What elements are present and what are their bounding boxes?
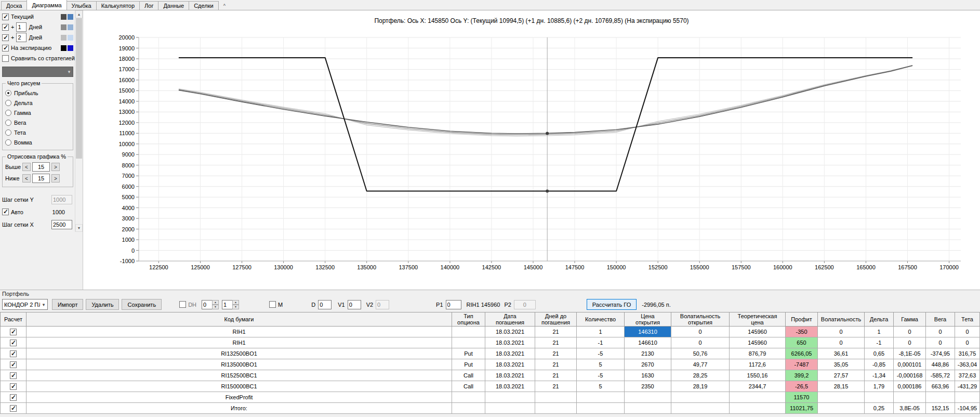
col-header-open[interactable]: Ценаоткрытия bbox=[625, 312, 671, 327]
p2-input[interactable] bbox=[514, 300, 536, 309]
below-increment-button[interactable]: > bbox=[51, 174, 60, 183]
tab-log[interactable]: Лог bbox=[139, 1, 158, 10]
tab-trades[interactable]: Сделки bbox=[189, 1, 219, 10]
position-row[interactable]: RI150000BC1Call18.03.2021215235028,19234… bbox=[1, 381, 980, 392]
col-header-date[interactable]: Датапогашения bbox=[485, 312, 535, 327]
compare-strategy-select[interactable]: ▾ bbox=[2, 67, 73, 77]
col-header-days[interactable]: Дней допогашения bbox=[535, 312, 577, 327]
m-checkbox[interactable] bbox=[269, 301, 276, 308]
col-header-gamma[interactable]: Гамма bbox=[894, 312, 926, 327]
cell-theta: -363,04 bbox=[955, 359, 980, 370]
expiration-checkbox[interactable] bbox=[2, 45, 9, 51]
delete-button[interactable]: Удалить bbox=[86, 299, 119, 310]
svg-text:155000: 155000 bbox=[690, 264, 709, 270]
dh-value-2-input[interactable] bbox=[222, 300, 232, 309]
tab-smile[interactable]: Улыбка bbox=[67, 1, 97, 10]
col-header-open_vol[interactable]: Волатильностьоткрытия bbox=[671, 312, 730, 327]
below-input[interactable] bbox=[32, 174, 50, 183]
calc-cell bbox=[1, 327, 27, 337]
above-decrement-button[interactable]: < bbox=[22, 163, 31, 171]
draw-option-vega[interactable]: Вега bbox=[5, 118, 70, 127]
plus1-checkbox[interactable] bbox=[2, 24, 9, 31]
sidebar-scrollbar[interactable]: ▲ ▼ bbox=[75, 10, 83, 232]
series-row-plus2: + Дней bbox=[2, 33, 73, 42]
calc-checkbox[interactable] bbox=[10, 350, 17, 357]
draw-option-vomma[interactable]: Вомма bbox=[5, 137, 70, 147]
plus1-gray-swatch bbox=[61, 24, 67, 30]
calc-checkbox[interactable] bbox=[10, 405, 17, 412]
calc-checkbox[interactable] bbox=[10, 383, 17, 390]
calc-checkbox[interactable] bbox=[10, 329, 17, 335]
position-row[interactable]: RIH118.03.20212111463100145960-35001000 bbox=[1, 327, 980, 337]
calc-checkbox[interactable] bbox=[10, 361, 17, 368]
cell-qty: -1 bbox=[577, 337, 625, 348]
above-input[interactable] bbox=[32, 162, 50, 172]
cell-theo: 1550,16 bbox=[730, 370, 786, 381]
position-row[interactable]: FixedProfit11570 bbox=[1, 392, 980, 403]
svg-text:157500: 157500 bbox=[732, 264, 751, 270]
payoff-chart[interactable]: -100001000200030004000500060007000800090… bbox=[83, 10, 980, 290]
draw-option-profit[interactable]: Прибыль bbox=[5, 88, 70, 98]
plus2-checkbox[interactable] bbox=[2, 34, 9, 41]
calc-margin-button[interactable]: Рассчитать ГО bbox=[587, 299, 637, 310]
draw-option-theta[interactable]: Тета bbox=[5, 127, 70, 137]
col-header-delta[interactable]: Дельта bbox=[865, 312, 894, 327]
cell-open: 2350 bbox=[625, 381, 671, 392]
calc-checkbox[interactable] bbox=[10, 340, 17, 346]
calc-checkbox[interactable] bbox=[10, 372, 17, 379]
save-button[interactable]: Сохранить bbox=[122, 299, 162, 310]
svg-text:152500: 152500 bbox=[648, 264, 668, 270]
col-header-calc[interactable]: Расчет bbox=[1, 312, 27, 327]
scrollbar-track[interactable] bbox=[75, 18, 83, 224]
tab-data[interactable]: Данные bbox=[158, 1, 189, 10]
col-header-qty[interactable]: Количество bbox=[577, 312, 625, 327]
svg-text:160000: 160000 bbox=[773, 264, 792, 270]
v1-input[interactable] bbox=[348, 300, 361, 309]
strategy-select[interactable]: КОНДОР 2 ПЛ ▾ bbox=[2, 299, 48, 310]
col-header-profit[interactable]: Профит bbox=[786, 312, 818, 327]
grid-step-x-input[interactable] bbox=[51, 220, 72, 229]
d-input[interactable] bbox=[318, 300, 332, 309]
cell-delta: -0,85 bbox=[865, 359, 894, 370]
below-decrement-button[interactable]: < bbox=[22, 174, 31, 183]
radio-icon bbox=[5, 129, 11, 136]
current-checkbox[interactable] bbox=[2, 14, 9, 20]
cell-vol: 0 bbox=[818, 327, 865, 337]
compare-strategy-checkbox[interactable] bbox=[2, 55, 9, 62]
plus2-days-input[interactable] bbox=[16, 33, 27, 42]
position-row[interactable]: RI132500BO1Put18.03.202121-5213050,76876… bbox=[1, 348, 980, 359]
col-header-type[interactable]: Типопциона bbox=[452, 312, 485, 327]
scroll-up-icon[interactable]: ▲ bbox=[75, 10, 83, 18]
dh-checkbox[interactable] bbox=[179, 301, 186, 308]
position-row[interactable]: RI135000BO1Put18.03.2021215267049,771172… bbox=[1, 359, 980, 370]
spinner-up-down-icons[interactable]: ▴▾ bbox=[212, 300, 219, 309]
draw-option-delta[interactable]: Дельта bbox=[5, 98, 70, 108]
import-button[interactable]: Импорт bbox=[52, 299, 83, 310]
position-row[interactable]: RIH118.03.202121-114661001459606500-1000 bbox=[1, 337, 980, 348]
above-increment-button[interactable]: > bbox=[51, 163, 60, 171]
draw-option-gamma[interactable]: Гамма bbox=[5, 108, 70, 118]
tab-diagram[interactable]: Диаграмма bbox=[27, 0, 67, 10]
col-header-theta[interactable]: Тета bbox=[955, 312, 980, 327]
spinner-up-down-icons[interactable]: ▴▾ bbox=[232, 300, 239, 309]
position-row[interactable]: RI152500BC1Call18.03.202121-5163028,2515… bbox=[1, 370, 980, 381]
calc-cell bbox=[1, 381, 27, 392]
calc-checkbox[interactable] bbox=[10, 394, 17, 401]
grid-step-y-input[interactable] bbox=[51, 195, 72, 204]
col-header-code[interactable]: Код бумаги bbox=[27, 312, 452, 327]
scroll-down-icon[interactable]: ▼ bbox=[75, 224, 83, 232]
tab-scroll-up-icon[interactable]: ^ bbox=[223, 3, 226, 8]
tab-board[interactable]: Доска bbox=[1, 1, 27, 10]
p1-input[interactable] bbox=[446, 300, 461, 309]
col-header-vol[interactable]: Волатильность bbox=[818, 312, 865, 327]
dh-value-1-input[interactable] bbox=[202, 300, 212, 309]
position-row[interactable]: Итого:11021,750,253,8E-05152,15-104,95 bbox=[1, 403, 980, 414]
col-header-theo[interactable]: Теоретическаяцена bbox=[730, 312, 786, 327]
plus1-days-input[interactable] bbox=[16, 22, 27, 32]
scrollbar-thumb[interactable] bbox=[76, 18, 82, 159]
grid-auto-checkbox[interactable] bbox=[2, 208, 9, 215]
tab-calculator[interactable]: Калькулятор bbox=[96, 1, 140, 10]
v2-input[interactable] bbox=[376, 300, 389, 309]
col-header-vega[interactable]: Вега bbox=[926, 312, 955, 327]
series-row-current: Текущий bbox=[2, 12, 73, 21]
